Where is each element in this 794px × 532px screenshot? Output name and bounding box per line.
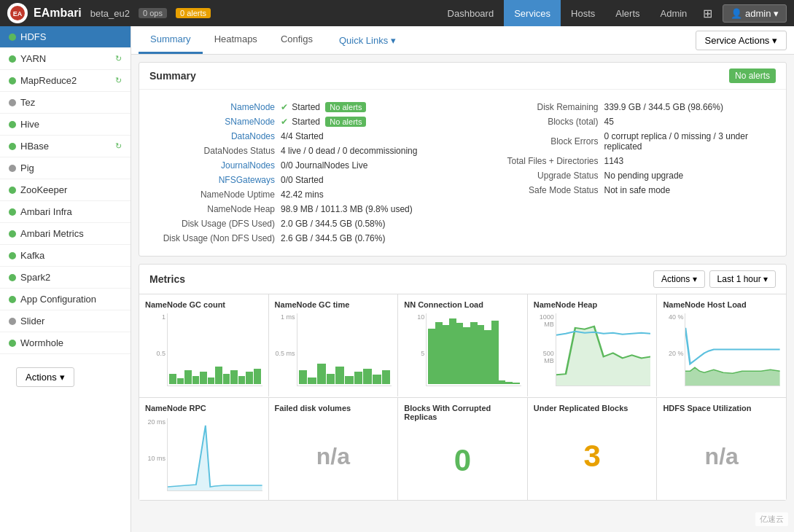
sidebar-item-app-config[interactable]: App Configuration (0, 289, 131, 310)
nav-alerts[interactable]: Alerts (605, 0, 650, 26)
sidebar-item-hdfs[interactable]: HDFS (0, 26, 131, 48)
sidebar-item-hbase[interactable]: HBase ↻ (0, 136, 131, 157)
tab-configs[interactable]: Configs (269, 26, 324, 54)
sidebar-item-wormhole[interactable]: Wormhole (0, 332, 131, 354)
summary-val-block-errors: 0 corrupt replica / 0 missing / 3 under … (604, 131, 777, 152)
sidebar-item-pig[interactable]: Pig (0, 157, 131, 179)
bars-gc-count (168, 313, 262, 386)
y-labels-gc-time: 1 ms 0.5 ms (275, 313, 295, 386)
nav-services[interactable]: Services (504, 0, 561, 26)
summary-val-dfs-used: 2.0 GB / 344.5 GB (0.58%) (281, 219, 385, 229)
nav-dashboard[interactable]: Dashboard (437, 0, 505, 26)
sync-icon-yarn: ↻ (115, 54, 122, 63)
sidebar-item-spark2[interactable]: Spark2 (0, 267, 131, 289)
summary-row-upgrade-status: Upgrade Status No pending upgrade (473, 168, 777, 183)
bottom-title-corrupted: Blocks With Corrupted Replicas (404, 404, 521, 421)
sidebar-label-wormhole: Wormhole (20, 337, 122, 348)
bottom-card-corrupted: Blocks With Corrupted Replicas 0 (398, 398, 527, 500)
grid-icon[interactable]: ⊞ (703, 7, 712, 20)
metric-card-conn-load: NN Connection Load 10 5 (398, 294, 527, 396)
status-dot-zookeeper (9, 187, 16, 194)
datanodes-link[interactable]: DataNodes (231, 131, 275, 141)
quick-links-button[interactable]: Quick Links ▾ (339, 35, 396, 46)
summary-val-blocks-total: 45 (604, 117, 614, 127)
summary-row-nn-heap: NameNode Heap 98.9 MB / 1011.3 MB (9.8% … (149, 202, 453, 216)
nav-admin[interactable]: Admin (650, 0, 698, 26)
sidebar-item-tez[interactable]: Tez (0, 92, 131, 114)
metric-card-nn-heap: NameNode Heap 1000 MB 500 MB (528, 294, 657, 396)
summary-label-blocks-total: Blocks (total) (473, 117, 604, 127)
top-nav-links: Dashboard Services Hosts Alerts Admin ⊞ … (437, 0, 787, 26)
summary-grid: NameNode ✔ Started No alerts SNameNode ✔… (139, 90, 786, 256)
status-dot-mapreduce2 (9, 77, 16, 85)
metric-card-host-load: NameNode Host Load 40 % 20 % (657, 294, 786, 396)
chart-gc-count: 1 0.5 (145, 313, 262, 386)
sidebar-item-slider[interactable]: Slider (0, 310, 131, 332)
sidebar-label-tez: Tez (20, 97, 122, 108)
summary-row-journalnodes: JournalNodes 0/0 JournalNodes Live (149, 158, 453, 173)
bottom-card-rpc: NameNode RPC 20 ms 10 ms (139, 398, 268, 500)
sidebar-item-mapreduce2[interactable]: MapReduce2 ↻ (0, 70, 131, 92)
status-dot-ambari-infra (9, 208, 16, 216)
bars-gc-time (297, 313, 392, 386)
journalnodes-link[interactable]: JournalNodes (221, 160, 275, 171)
brand-logo: EA (7, 3, 28, 23)
content-area: Summary Heatmaps Configs Quick Links ▾ S… (131, 26, 794, 532)
sync-icon-hbase: ↻ (115, 141, 122, 151)
status-dot-kafka (9, 252, 16, 259)
summary-val-total-files: 1143 (604, 156, 624, 166)
status-dot-hdfs (9, 34, 16, 41)
brand-env: beta_eu2 (90, 8, 130, 19)
y-labels-host-load: 40 % 20 % (663, 313, 683, 386)
metrics-time-button[interactable]: Last 1 hour ▾ (709, 270, 776, 288)
y-labels-nn-heap: 1000 MB 500 MB (534, 313, 554, 386)
sidebar-item-kafka[interactable]: Kafka (0, 245, 131, 267)
summary-row-total-files: Total Files + Directories 1143 (473, 154, 777, 168)
watermark: 亿速云 (755, 512, 788, 526)
tab-heatmaps[interactable]: Heatmaps (203, 26, 269, 54)
sidebar-label-pig: Pig (20, 163, 122, 173)
summary-title: Summary (149, 70, 196, 82)
tab-summary[interactable]: Summary (139, 26, 203, 54)
bottom-title-rpc: NameNode RPC (145, 404, 262, 412)
line-svg-host-load (685, 313, 780, 386)
sidebar-item-ambari-infra[interactable]: Ambari Infra (0, 201, 131, 223)
nfsgateways-link[interactable]: NFSGateways (219, 175, 275, 185)
bottom-card-under-replicated: Under Replicated Blocks 3 (528, 398, 657, 500)
summary-right-col: Disk Remaining 339.9 GB / 344.5 GB (98.6… (463, 97, 787, 249)
namenode-link[interactable]: NameNode (230, 102, 275, 112)
bottom-title-hdfs-space: HDFS Space Utilization (663, 404, 780, 412)
sidebar-label-kafka: Kafka (20, 250, 122, 261)
bottom-card-failed-disk: Failed disk volumes n/a (269, 398, 398, 500)
sidebar-actions-button[interactable]: Actions ▾ (16, 367, 74, 387)
summary-label-safe-mode: Safe Mode Status (473, 185, 604, 195)
chart-nn-heap: 1000 MB 500 MB (534, 313, 651, 386)
sidebar-item-ambari-metrics[interactable]: Ambari Metrics (0, 223, 131, 245)
admin-button[interactable]: 👤 admin ▾ (723, 4, 787, 23)
service-actions-button[interactable]: Service Actions ▾ (696, 31, 787, 50)
summary-val-namenode: ✔ Started No alerts (281, 102, 366, 112)
chart-area-gc-count (167, 313, 262, 386)
snamenode-link[interactable]: SNameNode (225, 117, 275, 127)
summary-val-datanodes-status: 4 live / 0 dead / 0 decommissioning (281, 146, 417, 156)
chart-conn-load: 10 5 (404, 313, 521, 386)
y-labels-gc-count: 1 0.5 (145, 313, 166, 386)
sidebar-item-yarn[interactable]: YARN ↻ (0, 48, 131, 70)
svg-text:EA: EA (13, 10, 23, 17)
sidebar-label-hdfs: HDFS (20, 31, 122, 42)
top-nav: EA EAmbari beta_eu2 0 ops 0 alerts Dashb… (0, 0, 794, 26)
corrupted-value: 0 (404, 427, 521, 494)
summary-label-dfs-used: Disk Usage (DFS Used) (149, 219, 281, 229)
summary-label-datanodes-status: DataNodes Status (149, 146, 281, 156)
sidebar-item-zookeeper[interactable]: ZooKeeper (0, 179, 131, 201)
nav-hosts[interactable]: Hosts (561, 0, 605, 26)
chart-area-host-load (685, 313, 780, 386)
summary-header: Summary No alerts (139, 63, 786, 90)
bars-conn-load (427, 313, 521, 386)
sidebar-item-hive[interactable]: Hive (0, 114, 131, 136)
metrics-actions-button[interactable]: Actions ▾ (653, 270, 705, 288)
sidebar: HDFS YARN ↻ MapReduce2 ↻ Tez Hive HBase … (0, 26, 131, 532)
status-dot-slider (9, 318, 16, 325)
summary-row-disk-remaining: Disk Remaining 339.9 GB / 344.5 GB (98.6… (473, 100, 777, 114)
summary-val-datanodes: 4/4 Started (281, 131, 324, 141)
